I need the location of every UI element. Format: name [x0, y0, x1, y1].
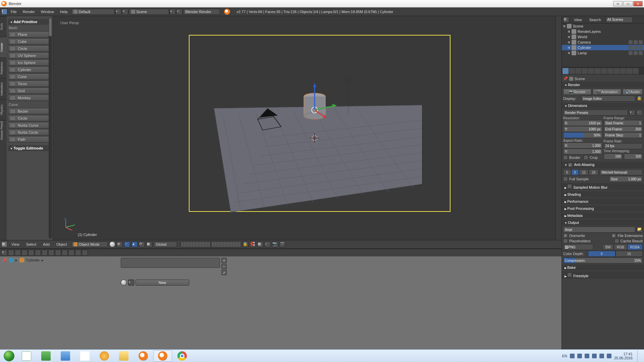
restrict-render-icon[interactable]: [639, 40, 643, 44]
snap-toggle[interactable]: 🧲: [250, 241, 256, 247]
add-mesh-grid[interactable]: Grid: [8, 87, 51, 94]
scene-del-button[interactable]: ×: [176, 9, 182, 15]
pin-icon[interactable]: 📌: [563, 76, 568, 81]
lock-camera-icon[interactable]: 🔒: [243, 241, 249, 247]
taskbar-chrome[interactable]: [173, 350, 192, 362]
zoom-fit-button[interactable]: ⤢: [221, 270, 227, 275]
border-check[interactable]: [563, 155, 568, 160]
transform-orientation[interactable]: Global: [154, 241, 177, 247]
manip-translate[interactable]: ▲: [131, 241, 138, 247]
3d-viewport[interactable]: User Persp: [53, 16, 555, 240]
close-button[interactable]: ✕: [633, 1, 643, 6]
minimize-button[interactable]: ━: [613, 1, 623, 6]
tray-icon-1[interactable]: [570, 354, 575, 358]
screen-layout-select[interactable]: Default: [71, 9, 115, 15]
panel-post-processing[interactable]: Post Processing: [562, 205, 644, 212]
add-mesh-cone[interactable]: Cone: [8, 73, 51, 80]
tab-tools[interactable]: Tools: [0, 16, 7, 37]
pin-icon[interactable]: 📌: [2, 258, 7, 262]
tray-icon-4[interactable]: [592, 354, 597, 358]
region-toggle[interactable]: [555, 16, 561, 240]
file-ext-check[interactable]: ✓: [611, 233, 616, 238]
tab-animation[interactable]: Animation: [0, 78, 7, 99]
tab-create[interactable]: Create: [0, 37, 7, 58]
render-engine-select[interactable]: Blender Render: [183, 9, 220, 15]
expand-icon[interactable]: ⊞: [568, 30, 570, 33]
vp-menu-view[interactable]: View: [9, 242, 22, 247]
panel-shading[interactable]: Shading: [562, 191, 644, 197]
restrict-select-icon[interactable]: [634, 40, 638, 44]
tray-clock[interactable]: 17:4125.06.2016: [614, 352, 633, 360]
manip-scale[interactable]: ▣: [146, 241, 152, 247]
add-mesh-cylinder[interactable]: Cylinder: [8, 66, 51, 73]
layers-button-2[interactable]: [211, 241, 241, 247]
animation-button[interactable]: 🎬 Animation: [593, 89, 621, 95]
tab-modifiers-icon[interactable]: [601, 68, 607, 74]
breadcrumb-object[interactable]: Cylinder: [26, 258, 40, 262]
tab-render-layers-icon[interactable]: [569, 68, 575, 74]
outliner-row-renderlayers[interactable]: ⊞RenderLayers: [562, 29, 644, 34]
panel-performance[interactable]: Performance: [562, 198, 644, 204]
snap-type[interactable]: ▦: [257, 241, 263, 247]
panel-sampled-motion-blur[interactable]: Sampled Motion Blur: [562, 183, 644, 190]
add-mesh-torus[interactable]: Torus: [8, 80, 51, 87]
color-mode[interactable]: BWRGBRGBA: [602, 244, 643, 250]
add-mesh-monkey[interactable]: Monkey: [8, 95, 51, 101]
restrict-view-icon[interactable]: [629, 51, 633, 55]
tab-world-icon[interactable]: [582, 68, 588, 74]
aspect-x[interactable]: X:1.000: [563, 142, 602, 148]
taskbar-app-3[interactable]: [56, 350, 75, 362]
restrict-render-icon[interactable]: [639, 51, 643, 55]
action-add-button[interactable]: +: [128, 280, 134, 286]
frame-step[interactable]: Frame Step:1: [604, 132, 643, 138]
add-mesh-circle[interactable]: Circle: [8, 45, 51, 52]
tab-physics[interactable]: Physics: [0, 99, 7, 120]
tab-render-icon[interactable]: [562, 68, 569, 74]
display-lock-icon[interactable]: 🔒: [637, 96, 643, 102]
frame-end[interactable]: End Frame:250: [604, 126, 643, 132]
tray-icon-3[interactable]: [585, 354, 589, 358]
panel-add-primitive[interactable]: Add Primitive: [8, 19, 51, 25]
maximize-button[interactable]: ▭: [623, 1, 633, 6]
frame-start[interactable]: Start Frame:1: [604, 120, 643, 126]
taskbar-app-2[interactable]: [37, 350, 55, 362]
zoom-out-button[interactable]: −: [221, 264, 227, 269]
bp-btn-3[interactable]: [21, 250, 28, 256]
menu-window[interactable]: Window: [38, 9, 57, 14]
tab-object-icon[interactable]: [588, 68, 594, 74]
restrict-select-icon[interactable]: [634, 51, 638, 55]
panel-freestyle[interactable]: Freestyle: [562, 272, 644, 279]
taskbar-app-5[interactable]: [95, 350, 114, 362]
tab-relations[interactable]: Relations: [0, 58, 7, 78]
bp-btn-4[interactable]: [28, 250, 34, 256]
scene-crumb[interactable]: Scene: [575, 77, 585, 81]
resolution-x[interactable]: X:1920 px: [563, 120, 602, 126]
panel-toggle-editmode[interactable]: Toggle Editmode: [8, 145, 51, 151]
render-button[interactable]: 📷 Render: [563, 89, 591, 95]
add-curve-bezier[interactable]: Bezier: [8, 108, 51, 114]
tab-data-icon[interactable]: [607, 68, 613, 74]
outliner-row-scene[interactable]: ⊞Scene: [562, 23, 644, 29]
add-curve-path[interactable]: Path: [8, 136, 51, 142]
resolution-pct[interactable]: 50%: [563, 132, 602, 138]
add-mesh-uv-sphere[interactable]: UV Sphere: [8, 52, 51, 59]
outliner-row-lamp[interactable]: ⊞Lamp: [562, 50, 644, 56]
audio-button[interactable]: 🔊 Audio: [623, 89, 643, 95]
action-browse-icon[interactable]: [121, 280, 127, 286]
remap-new[interactable]: 100: [624, 154, 643, 160]
mode-select[interactable]: Object Mode: [71, 241, 108, 247]
show-desktop-button[interactable]: [637, 350, 641, 362]
zoom-in-button[interactable]: +: [221, 258, 227, 263]
frame-rate-select[interactable]: 24 fps: [604, 143, 643, 149]
outliner-view[interactable]: View: [571, 17, 585, 22]
add-mesh-plane[interactable]: Plane: [8, 31, 51, 38]
outliner-row-world[interactable]: ⊞World: [562, 34, 644, 40]
menu-render[interactable]: Render: [20, 9, 38, 14]
vp-menu-add[interactable]: Add: [40, 242, 52, 247]
restrict-select-icon[interactable]: [634, 46, 638, 50]
shading-select[interactable]: [109, 241, 115, 247]
display-select[interactable]: Image Editor: [581, 96, 635, 102]
add-curve-nurbs-circle[interactable]: Nurbs Circle: [8, 129, 51, 135]
bp-btn-11[interactable]: [75, 250, 81, 256]
manipulator-toggle[interactable]: ↔: [124, 241, 130, 247]
